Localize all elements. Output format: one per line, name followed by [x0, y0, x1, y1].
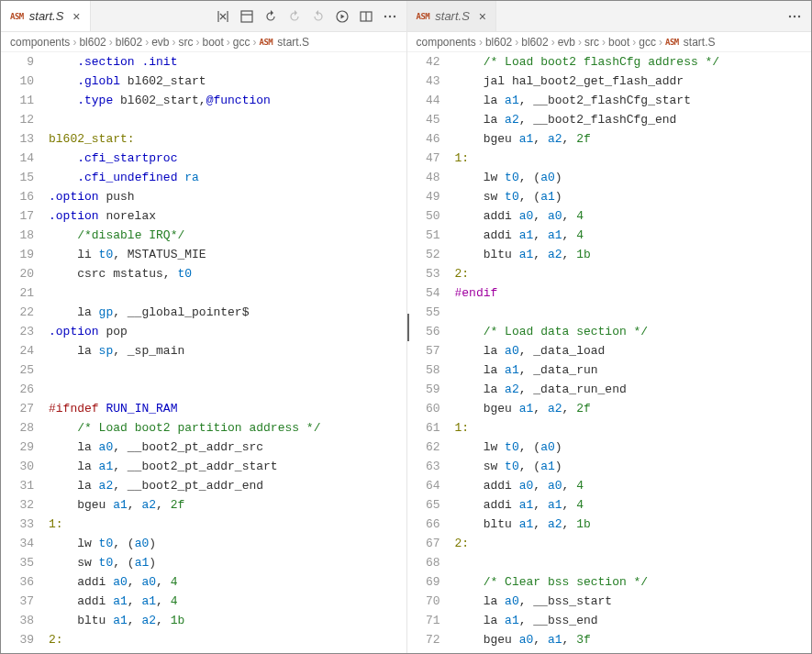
- breadcrumb-item[interactable]: bl602: [521, 36, 548, 49]
- code-line[interactable]: la a2, __boot2_flashCfg_end: [455, 110, 812, 129]
- breadcrumb-item[interactable]: bl602: [79, 36, 106, 49]
- code-line[interactable]: [49, 380, 406, 399]
- code-line[interactable]: bl602_start:: [49, 129, 406, 149]
- code-line[interactable]: /* Load data section */: [455, 322, 812, 341]
- code-line[interactable]: bltu a1, a2, 1b: [455, 245, 812, 264]
- code-line[interactable]: la a0, __bss_start: [455, 592, 812, 611]
- code-line[interactable]: #ifndef RUN_IN_RAM: [49, 399, 406, 418]
- breadcrumb-item[interactable]: boot: [608, 36, 629, 49]
- breadcrumb-item[interactable]: components: [417, 36, 476, 49]
- code-line[interactable]: sw t0, (a1): [455, 187, 812, 206]
- code-line[interactable]: lw t0, (a0): [455, 438, 812, 457]
- code-line[interactable]: 1:: [455, 418, 812, 438]
- line-number: 72: [407, 630, 440, 649]
- code-line[interactable]: jal hal_boot2_get_flash_addr: [455, 72, 812, 91]
- breadcrumb-item[interactable]: bl602: [485, 36, 512, 49]
- code-editor[interactable]: 4243444546474849505152535455565758596061…: [407, 52, 812, 653]
- code-line[interactable]: bltu a1, a2, 1b: [455, 515, 812, 534]
- breadcrumb-item[interactable]: start.S: [684, 36, 716, 49]
- code-line[interactable]: .option push: [49, 187, 406, 206]
- code-line[interactable]: /* Load boot2 partition address */: [49, 418, 406, 438]
- close-icon[interactable]: ×: [475, 10, 486, 23]
- more-actions-icon[interactable]: [383, 9, 397, 24]
- code-line[interactable]: /* Clear bss section */: [455, 572, 812, 592]
- code-line[interactable]: addi a0, a0, 4: [455, 476, 812, 495]
- code-line[interactable]: la a2, __boot2_pt_addr_end: [49, 476, 406, 495]
- code-line[interactable]: lw t0, (a0): [49, 534, 406, 553]
- code-line[interactable]: la a0, _data_load: [455, 341, 812, 360]
- open-changes-icon[interactable]: [239, 9, 254, 24]
- code-line[interactable]: la a1, __boot2_pt_addr_start: [49, 457, 406, 476]
- breadcrumb-item[interactable]: evb: [558, 36, 575, 49]
- code-line[interactable]: bgeu a1, a2, 2f: [455, 129, 812, 149]
- breadcrumb[interactable]: components›bl602›bl602›evb›src›boot›gcc›…: [407, 32, 812, 52]
- breadcrumb-item[interactable]: boot: [202, 36, 223, 49]
- breadcrumb[interactable]: components›bl602›bl602›evb›src›boot›gcc›…: [1, 32, 406, 52]
- code-line[interactable]: /* Load boot2 flashCfg address */: [455, 52, 812, 72]
- code-line[interactable]: addi a0, a0, 4: [455, 206, 812, 226]
- code-line[interactable]: .globl bl602_start: [49, 72, 406, 91]
- code-line[interactable]: bgeu a0, a1, 3f: [455, 630, 812, 649]
- code-line[interactable]: .option norelax: [49, 206, 406, 226]
- code-line[interactable]: 2:: [49, 630, 406, 649]
- compare-changes-icon[interactable]: [216, 9, 230, 24]
- breadcrumb-item[interactable]: src: [178, 36, 193, 49]
- code-line[interactable]: [455, 553, 812, 572]
- code-line[interactable]: la gp, __global_pointer$: [49, 303, 406, 322]
- code-line[interactable]: 1:: [49, 515, 406, 534]
- line-number: 67: [407, 534, 440, 553]
- breadcrumb-item[interactable]: start.S: [277, 36, 309, 49]
- code-line[interactable]: #endif: [455, 283, 812, 303]
- code-line[interactable]: sw t0, (a1): [455, 457, 812, 476]
- code-line[interactable]: addi a1, a1, 4: [455, 226, 812, 245]
- breadcrumb-item[interactable]: bl602: [116, 36, 142, 49]
- code-line[interactable]: sw t0, (a1): [49, 553, 406, 572]
- revert-icon[interactable]: [263, 9, 278, 24]
- svg-point-10: [798, 15, 800, 17]
- code-line[interactable]: addi a0, a0, 4: [49, 572, 406, 592]
- code-line[interactable]: la a1, __bss_end: [455, 611, 812, 630]
- code-content[interactable]: .section .init .globl bl602_start .type …: [47, 52, 406, 653]
- code-line[interactable]: .type bl602_start,@function: [49, 91, 406, 110]
- code-line[interactable]: la sp, _sp_main: [49, 341, 406, 360]
- code-line[interactable]: .section .init: [49, 52, 406, 72]
- code-line[interactable]: la a1, __boot2_flashCfg_start: [455, 91, 812, 110]
- code-line[interactable]: la a0, __boot2_pt_addr_src: [49, 438, 406, 457]
- code-line[interactable]: 2:: [455, 534, 812, 553]
- more-actions-icon[interactable]: [787, 9, 802, 24]
- code-line[interactable]: [49, 360, 406, 380]
- breadcrumb-item[interactable]: components: [10, 36, 70, 49]
- code-line[interactable]: 2:: [455, 264, 812, 283]
- code-line[interactable]: csrc mstatus, t0: [49, 264, 406, 283]
- code-line[interactable]: la a2, _data_run_end: [455, 380, 812, 399]
- code-line[interactable]: bgeu a1, a2, 2f: [455, 399, 812, 418]
- editor-tab[interactable]: ASM start.S ×: [1, 1, 91, 31]
- code-line[interactable]: .cfi_undefined ra: [49, 168, 406, 187]
- run-icon[interactable]: [335, 9, 350, 24]
- code-line[interactable]: addi a1, a1, 4: [49, 592, 406, 611]
- code-line[interactable]: bgeu a1, a2, 2f: [49, 495, 406, 515]
- line-number: 19: [1, 245, 34, 264]
- split-editor-icon[interactable]: [359, 9, 373, 24]
- editor-tab[interactable]: ASM start.S ×: [407, 1, 497, 31]
- close-icon[interactable]: ×: [69, 10, 80, 23]
- code-line[interactable]: addi a1, a1, 4: [455, 495, 812, 515]
- code-line[interactable]: lw t0, (a0): [455, 168, 812, 187]
- code-content[interactable]: /* Load boot2 flashCfg address */ jal ha…: [453, 52, 812, 653]
- code-line[interactable]: la a1, _data_run: [455, 360, 812, 380]
- code-line[interactable]: 1:: [455, 149, 812, 168]
- breadcrumb-item[interactable]: gcc: [639, 36, 656, 49]
- code-line[interactable]: /*disable IRQ*/: [49, 226, 406, 245]
- code-editor[interactable]: 9101112131415161718192021222324252627282…: [1, 52, 406, 653]
- code-line[interactable]: li t0, MSTATUS_MIE: [49, 245, 406, 264]
- code-line[interactable]: bltu a1, a2, 1b: [49, 611, 406, 630]
- code-line[interactable]: [455, 303, 812, 322]
- code-line[interactable]: .option pop: [49, 322, 406, 341]
- breadcrumb-item[interactable]: src: [584, 36, 599, 49]
- code-line[interactable]: .cfi_startproc: [49, 149, 406, 168]
- code-line[interactable]: [49, 110, 406, 129]
- split-drag-handle[interactable]: [406, 314, 409, 341]
- breadcrumb-item[interactable]: evb: [151, 36, 169, 49]
- code-line[interactable]: [49, 283, 406, 303]
- breadcrumb-item[interactable]: gcc: [233, 36, 250, 49]
